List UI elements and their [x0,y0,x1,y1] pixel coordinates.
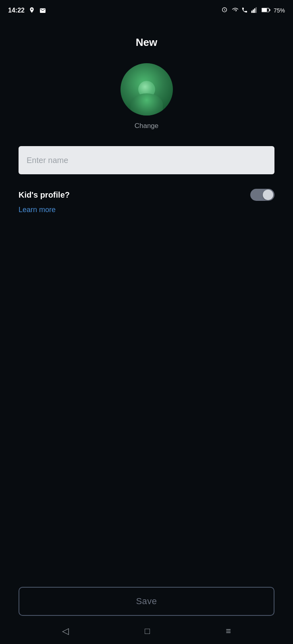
back-nav-icon[interactable]: ◁ [62,626,69,636]
svg-rect-1 [253,9,254,12]
name-input-container[interactable] [19,146,274,174]
avatar-section[interactable]: Change [121,63,173,130]
svg-rect-5 [262,8,267,12]
status-left: 14:22 [8,7,46,14]
kids-profile-toggle[interactable] [250,189,274,201]
status-bar: 14:22 [0,0,293,20]
learn-more-link[interactable]: Learn more [19,206,56,214]
bottom-section: Save [0,587,293,616]
kids-profile-section: Kid's profile? Learn more [19,189,274,214]
nav-bar: ◁ □ ≡ [0,618,293,644]
kids-profile-label: Kid's profile? [19,190,70,200]
toggle-knob [263,190,273,200]
menu-nav-icon[interactable]: ≡ [226,626,231,636]
svg-rect-0 [251,10,253,13]
status-right: 75% [221,7,285,14]
svg-rect-6 [269,9,270,11]
location-icon [29,7,35,14]
avatar-body [131,93,163,116]
avatar-person-shape [129,79,165,116]
avatar[interactable] [121,63,173,116]
svg-rect-2 [254,8,256,12]
change-avatar-label[interactable]: Change [135,122,159,130]
name-input[interactable] [19,146,274,174]
home-nav-icon[interactable]: □ [145,626,150,636]
save-button[interactable]: Save [19,587,274,616]
alarm-icon [221,7,228,14]
battery-percent: 75% [274,7,285,14]
page-title: New [136,36,157,49]
mail-icon [39,7,46,14]
signal-icon [251,7,258,14]
battery-icon [262,7,270,14]
wifi-icon [231,7,238,14]
main-content: New Change Kid's profile? Learn more [0,20,293,644]
svg-rect-3 [256,7,257,13]
phone-icon [241,7,248,14]
status-time: 14:22 [8,7,25,14]
kids-profile-row: Kid's profile? [19,189,274,201]
